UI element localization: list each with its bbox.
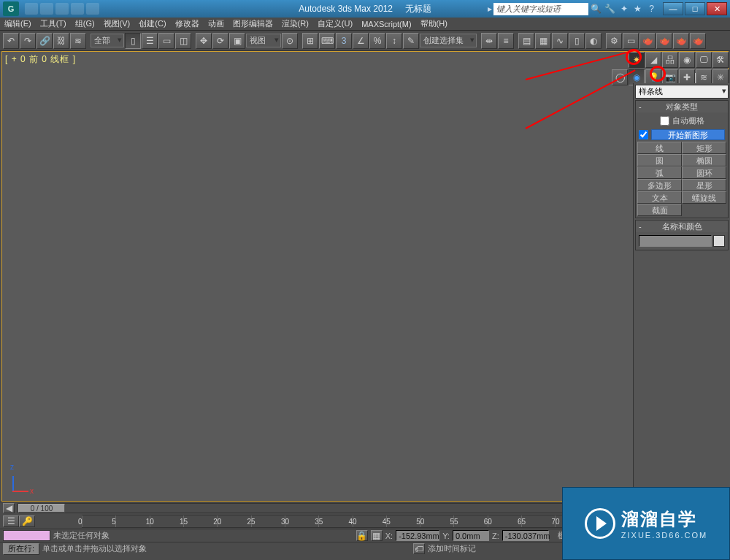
viewport-front[interactable]: [ + 0 前 0 线框 ] 前 zx: [1, 51, 729, 502]
menu-animation[interactable]: 动画: [208, 18, 224, 29]
help-search-input[interactable]: 键入关键字或短语: [493, 3, 588, 15]
menu-rendering[interactable]: 渲染(R): [282, 18, 309, 29]
link-button[interactable]: 🔗: [36, 33, 53, 49]
mirror-button[interactable]: ⇹: [481, 33, 497, 49]
start-new-shape-checkbox[interactable]: [639, 130, 648, 139]
render-button[interactable]: 🫖: [639, 33, 656, 49]
title-chevron-icon[interactable]: ▸: [488, 4, 492, 14]
viewport-label[interactable]: [ + 0 前 0 线框 ]: [5, 53, 76, 66]
select-region-button[interactable]: ▭: [158, 33, 174, 49]
move-button[interactable]: ✥: [196, 33, 212, 49]
curve-editor-button[interactable]: ∿: [552, 33, 568, 49]
qat-redo-icon[interactable]: [71, 3, 84, 15]
infocenter-dash-icon[interactable]: ✦: [618, 4, 630, 14]
donut-button[interactable]: 圆环: [682, 166, 726, 179]
star-button[interactable]: 星形: [682, 179, 726, 191]
ngon-button[interactable]: 多边形: [637, 179, 682, 191]
menu-edit[interactable]: 编辑(E): [4, 18, 31, 29]
material-editor-button[interactable]: ◐: [585, 33, 602, 49]
infocenter-binoculars-icon[interactable]: 🔍: [590, 4, 602, 14]
x-coord-field[interactable]: -152.93mm: [396, 530, 439, 541]
trackbar-filter-button[interactable]: ☰: [3, 515, 19, 527]
menu-maxscript[interactable]: MAXScript(M): [361, 20, 411, 28]
object-name-field[interactable]: [639, 235, 712, 247]
hierarchy-tab-button[interactable]: 品: [662, 52, 678, 68]
start-new-shape-button[interactable]: 开始新图形: [651, 129, 725, 140]
keyboard-shortcut-button[interactable]: ⌨: [319, 33, 335, 49]
render-setup-button[interactable]: ⚙: [606, 33, 622, 49]
menu-create[interactable]: 创建(C): [139, 18, 166, 29]
align-button[interactable]: ≡: [498, 33, 514, 49]
menu-help[interactable]: 帮助(H): [420, 18, 447, 29]
menu-graph-editors[interactable]: 图形编辑器: [233, 18, 273, 29]
circle-button[interactable]: 圆: [637, 154, 682, 166]
layer-manager-button[interactable]: ▦: [535, 33, 551, 49]
scale-button[interactable]: ▣: [229, 33, 245, 49]
motion-tab-button[interactable]: ◉: [679, 52, 695, 68]
render-activeshade-button[interactable]: 🫖: [673, 33, 689, 49]
spinner-snap-button[interactable]: ↕: [386, 33, 402, 49]
angle-snap-button[interactable]: ∠: [353, 33, 369, 49]
object-color-swatch[interactable]: [713, 235, 725, 247]
edit-named-sel-button[interactable]: ✎: [403, 33, 419, 49]
spline-type-dropdown[interactable]: 样条线: [635, 85, 729, 99]
menu-views[interactable]: 视图(V): [104, 18, 131, 29]
window-close-button[interactable]: ✕: [707, 2, 727, 15]
qat-open-icon[interactable]: [25, 3, 38, 15]
select-object-button[interactable]: ▯: [125, 33, 141, 49]
trackbar-keys-button[interactable]: 🔑: [19, 515, 35, 527]
window-crossing-button[interactable]: ◫: [175, 33, 191, 49]
infocenter-star-icon[interactable]: ★: [631, 4, 644, 14]
absolute-transform-button[interactable]: ▦: [371, 530, 383, 541]
name-color-header[interactable]: - 名称和颜色: [636, 220, 728, 232]
unlink-button[interactable]: ⛓: [53, 33, 69, 49]
infocenter-help-icon[interactable]: ?: [645, 4, 658, 14]
snap-toggle-button[interactable]: 3: [336, 33, 352, 49]
ellipse-button[interactable]: 椭圆: [682, 154, 726, 166]
ref-coord-dropdown[interactable]: 视图: [246, 34, 281, 47]
qat-save-icon[interactable]: [40, 3, 53, 15]
utilities-tab-button[interactable]: 🛠: [712, 52, 729, 68]
helix-button[interactable]: 螺旋线: [682, 191, 726, 204]
window-maximize-button[interactable]: □: [685, 2, 705, 15]
object-type-header[interactable]: - 对象类型: [636, 101, 728, 112]
select-manipulate-button[interactable]: ⊞: [302, 33, 318, 49]
render-production-button[interactable]: 🫖: [690, 33, 706, 49]
layers-toolbar-button[interactable]: ▤: [518, 33, 534, 49]
time-slider-handle[interactable]: 0 / 100: [18, 504, 65, 513]
qat-custom-icon[interactable]: [86, 3, 99, 15]
auto-grid-checkbox[interactable]: [660, 116, 669, 126]
section-button[interactable]: 截面: [637, 204, 682, 216]
infocenter-key-icon[interactable]: 🔧: [604, 4, 616, 14]
render-iterative-button[interactable]: 🫖: [656, 33, 672, 49]
select-by-name-button[interactable]: ☰: [142, 33, 158, 49]
script-output-1[interactable]: [3, 530, 50, 541]
time-tag-icon[interactable]: 🏷: [413, 543, 425, 554]
rotate-button[interactable]: ⟳: [212, 33, 228, 49]
bind-spacewarp-button[interactable]: ≋: [70, 33, 86, 49]
window-minimize-button[interactable]: —: [663, 2, 683, 15]
add-time-tag-label[interactable]: 添加时间标记: [428, 543, 476, 554]
use-pivot-button[interactable]: ⊙: [282, 33, 298, 49]
qat-undo-icon[interactable]: [55, 3, 69, 15]
menu-modifiers[interactable]: 修改器: [175, 18, 199, 29]
rectangle-button[interactable]: 矩形: [682, 142, 726, 154]
menu-customize[interactable]: 自定义(U): [318, 18, 353, 29]
lock-selection-button[interactable]: 🔒: [356, 530, 368, 541]
z-coord-field[interactable]: -130.037mm: [502, 530, 549, 541]
text-button[interactable]: 文本: [637, 191, 682, 204]
named-selection-dropdown[interactable]: 创建选择集: [420, 34, 477, 47]
display-tab-button[interactable]: 🖵: [696, 52, 712, 68]
app-icon[interactable]: G: [3, 1, 19, 16]
menu-tools[interactable]: 工具(T): [40, 18, 66, 29]
script-line-label[interactable]: 所在行:: [3, 543, 39, 555]
schematic-view-button[interactable]: ▯: [569, 33, 585, 49]
arc-button[interactable]: 弧: [637, 166, 682, 179]
selection-filter-dropdown[interactable]: 全部: [91, 34, 124, 47]
timeline-left-button[interactable]: ◀: [3, 503, 15, 513]
undo-button[interactable]: ↶: [3, 33, 19, 49]
percent-snap-button[interactable]: %: [369, 33, 385, 49]
rendered-frame-button[interactable]: ▭: [623, 33, 639, 49]
menu-group[interactable]: 组(G): [75, 18, 95, 29]
line-button[interactable]: 线: [637, 142, 682, 154]
